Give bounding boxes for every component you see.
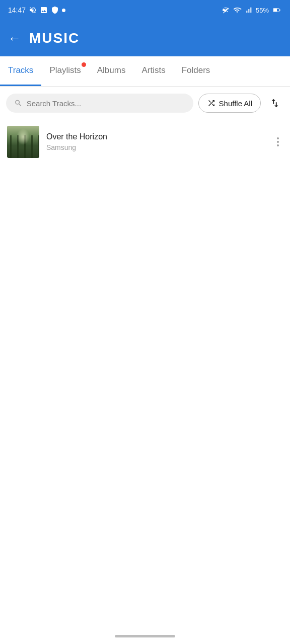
signal-icon (245, 6, 253, 14)
vpn-icon (51, 6, 59, 14)
back-button[interactable]: ← (8, 31, 21, 46)
track-info: Over the Horizon Samsung (46, 132, 266, 151)
shuffle-icon (207, 99, 216, 108)
search-icon (14, 99, 23, 108)
track-item[interactable]: Over the Horizon Samsung (0, 120, 290, 164)
dot-3 (277, 144, 279, 146)
shuffle-all-button[interactable]: Shuffle All (198, 94, 261, 113)
battery-level: 55% (256, 7, 269, 14)
app-title: MUSIC (29, 30, 80, 46)
svg-rect-1 (273, 9, 277, 11)
app-header: ← MUSIC (0, 20, 290, 56)
bottom-bar (0, 628, 290, 644)
dot-2 (277, 141, 279, 143)
tabs-container: Tracks Playlists Albums Artists Folders (0, 56, 290, 87)
dot-1 (277, 137, 279, 139)
battery-icon (272, 6, 282, 14)
playlists-badge (82, 62, 86, 67)
image-icon (40, 6, 48, 14)
track-more-button[interactable] (273, 133, 283, 150)
status-bar: 14:47 55% (0, 0, 290, 20)
time-display: 14:47 (8, 6, 26, 14)
track-name: Over the Horizon (46, 132, 266, 141)
notification-dot (62, 9, 65, 12)
tab-folders[interactable]: Folders (174, 56, 219, 86)
status-right: 55% (222, 6, 282, 14)
tab-playlists[interactable]: Playlists (41, 56, 89, 86)
status-left: 14:47 (8, 6, 65, 14)
search-box[interactable] (6, 94, 193, 113)
track-list: Over the Horizon Samsung (0, 120, 290, 164)
tab-albums[interactable]: Albums (89, 56, 134, 86)
sort-icon (269, 98, 280, 109)
tab-tracks[interactable]: Tracks (0, 56, 41, 86)
tab-artists[interactable]: Artists (133, 56, 173, 86)
silent-icon (29, 6, 37, 14)
home-indicator (115, 635, 175, 637)
sort-button[interactable] (266, 94, 284, 112)
search-input[interactable] (27, 99, 185, 108)
track-art (7, 126, 39, 158)
track-art-image (7, 126, 39, 158)
action-bar: Shuffle All (0, 87, 290, 120)
wifi-icon (233, 6, 242, 14)
no-signal-icon (222, 6, 230, 14)
track-artist: Samsung (46, 143, 266, 151)
